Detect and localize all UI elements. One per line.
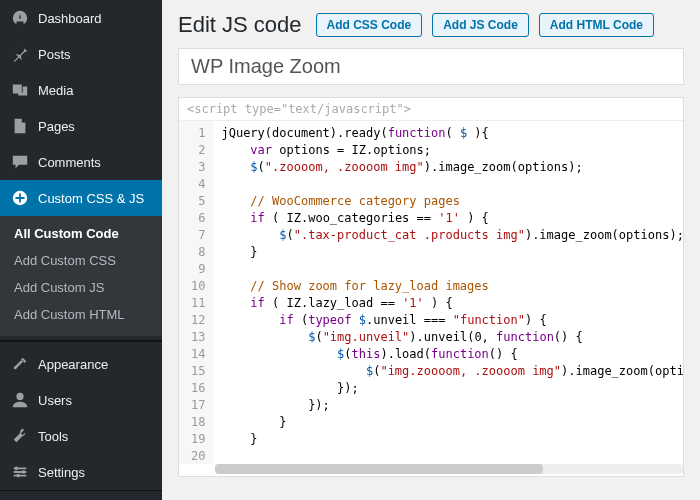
gauge-icon <box>10 8 30 28</box>
sliders-icon <box>10 462 30 482</box>
wrench-icon <box>10 426 30 446</box>
submenu-all-custom-code[interactable]: All Custom Code <box>0 220 162 247</box>
sidebar-item-comments[interactable]: Comments <box>0 144 162 180</box>
pin-icon <box>10 44 30 64</box>
sidebar-item-label: Media <box>38 83 73 98</box>
user-icon <box>10 390 30 410</box>
code-content[interactable]: jQuery(document).ready(function( $ ){ va… <box>213 121 683 464</box>
comment-icon <box>10 152 30 172</box>
add-css-code-button[interactable]: Add CSS Code <box>316 13 423 37</box>
sidebar-submenu: All Custom Code Add Custom CSS Add Custo… <box>0 216 162 336</box>
svg-point-1 <box>16 393 23 400</box>
svg-point-3 <box>22 470 26 474</box>
svg-point-4 <box>16 474 20 478</box>
main-content: Edit JS code Add CSS Code Add JS Code Ad… <box>162 0 700 500</box>
sidebar-item-label: Dashboard <box>38 11 102 26</box>
scrollbar-thumb[interactable] <box>215 464 543 474</box>
page-header: Edit JS code Add CSS Code Add JS Code Ad… <box>162 0 700 48</box>
sidebar-item-posts[interactable]: Posts <box>0 36 162 72</box>
horizontal-scrollbar[interactable] <box>215 464 683 474</box>
add-html-code-button[interactable]: Add HTML Code <box>539 13 654 37</box>
page-title: Edit JS code <box>178 12 302 38</box>
editor-script-tag: <script type="text/javascript"> <box>179 98 683 121</box>
admin-sidebar: Dashboard Posts Media Pages Comments Cus… <box>0 0 162 500</box>
code-editor[interactable]: <script type="text/javascript"> 12345678… <box>178 97 684 477</box>
brush-icon <box>10 354 30 374</box>
sidebar-item-custom-css-js[interactable]: Custom CSS & JS <box>0 180 162 216</box>
sidebar-item-settings[interactable]: Settings <box>0 454 162 490</box>
sidebar-item-label: Pages <box>38 119 75 134</box>
code-title-input[interactable]: WP Image Zoom <box>178 48 684 85</box>
sidebar-item-dashboard[interactable]: Dashboard <box>0 0 162 36</box>
sidebar-item-media[interactable]: Media <box>0 72 162 108</box>
sidebar-item-tools[interactable]: Tools <box>0 418 162 454</box>
sidebar-item-label: Settings <box>38 465 85 480</box>
sidebar-item-users[interactable]: Users <box>0 382 162 418</box>
sidebar-item-label: Users <box>38 393 72 408</box>
submenu-add-custom-js[interactable]: Add Custom JS <box>0 274 162 301</box>
submenu-add-custom-css[interactable]: Add Custom CSS <box>0 247 162 274</box>
sidebar-item-appearance[interactable]: Appearance <box>0 346 162 382</box>
sidebar-item-label: Comments <box>38 155 101 170</box>
sidebar-item-label: Posts <box>38 47 71 62</box>
plus-circle-icon <box>10 188 30 208</box>
line-number-gutter: 1234567891011121314151617181920 <box>179 121 213 464</box>
sidebar-item-label: Appearance <box>38 357 108 372</box>
add-js-code-button[interactable]: Add JS Code <box>432 13 529 37</box>
sidebar-item-pages[interactable]: Pages <box>0 108 162 144</box>
page-icon <box>10 116 30 136</box>
svg-point-2 <box>15 467 19 471</box>
collapse-menu[interactable]: Collapse menu <box>0 490 162 500</box>
menu-separator <box>0 340 162 342</box>
sidebar-item-label: Tools <box>38 429 68 444</box>
submenu-add-custom-html[interactable]: Add Custom HTML <box>0 301 162 328</box>
sidebar-item-label: Custom CSS & JS <box>38 191 144 206</box>
media-icon <box>10 80 30 100</box>
